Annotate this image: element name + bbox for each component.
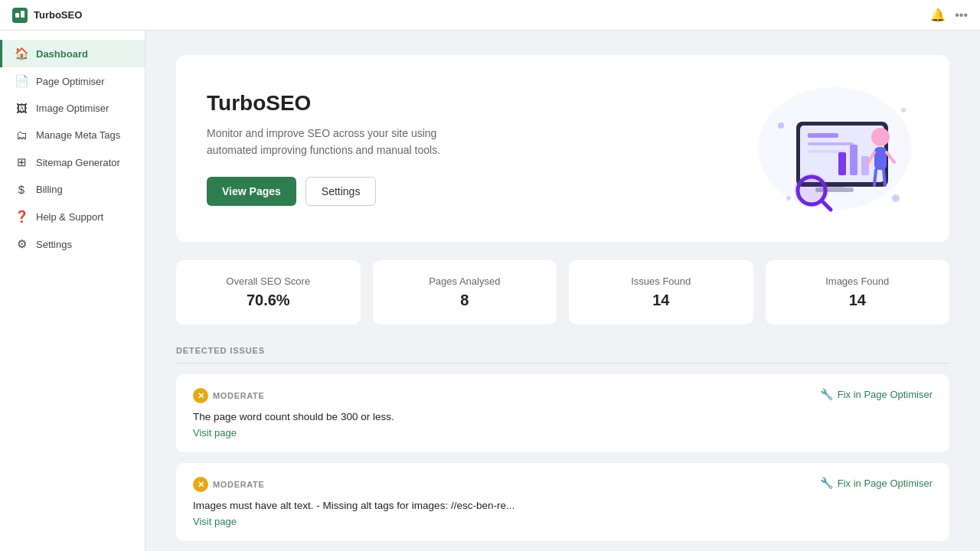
stat-label-1: Pages Analysed	[429, 276, 500, 287]
svg-point-24	[892, 194, 900, 202]
stat-pages-analysed: Pages Analysed 8	[373, 260, 557, 324]
svg-rect-1	[21, 11, 24, 18]
issue-message-1: Images must have alt text. - Missing alt…	[193, 500, 933, 511]
topbar-left: TurboSEO	[12, 8, 82, 23]
issue-visit-link-1[interactable]: Visit page	[193, 516, 933, 527]
sidebar-item-label: Help & Support	[36, 211, 103, 223]
sidebar-item-label: Dashboard	[36, 48, 88, 60]
stat-label-0: Overall SEO Score	[226, 276, 310, 287]
svg-point-25	[786, 196, 791, 201]
stats-row: Overall SEO Score 70.6% Pages Analysed 8…	[176, 260, 949, 324]
view-pages-button[interactable]: View Pages	[207, 177, 296, 206]
svg-line-20	[874, 170, 876, 185]
main-content: TurboSEO Monitor and improve SEO across …	[145, 31, 980, 551]
settings-icon: ⚙	[15, 237, 28, 251]
svg-point-16	[871, 128, 890, 146]
hero-title: TurboSEO	[207, 91, 467, 116]
more-options-icon[interactable]: •••	[955, 8, 968, 22]
issue-message-0: The page word count should be 300 or les…	[193, 411, 933, 422]
stat-value-1: 8	[460, 292, 469, 309]
stat-value-2: 14	[652, 292, 669, 309]
sidebar-item-dashboard[interactable]: 🏠 Dashboard	[0, 40, 145, 67]
issue-badge-1: ✕ MODERATE	[193, 477, 264, 492]
issue-severity-label-1: MODERATE	[213, 480, 264, 489]
stat-value-3: 14	[849, 292, 866, 309]
issue-badge-0: ✕ MODERATE	[193, 388, 264, 403]
sidebar-item-page-optimiser[interactable]: 📄 Page Optimiser	[0, 67, 145, 95]
issue-severity-icon-1: ✕	[193, 477, 208, 492]
hero-text: TurboSEO Monitor and improve SEO across …	[207, 91, 467, 207]
sidebar-item-label: Billing	[36, 184, 63, 195]
sidebar-item-settings[interactable]: ⚙ Settings	[0, 230, 145, 258]
svg-rect-11	[850, 145, 858, 175]
svg-rect-8	[808, 142, 854, 145]
settings-button[interactable]: Settings	[305, 177, 377, 206]
stat-value-0: 70.6%	[247, 292, 290, 309]
stat-label-3: Images Found	[825, 276, 889, 287]
tag-icon: 🗂	[15, 129, 28, 142]
stat-images-found: Images Found 14	[766, 260, 950, 324]
stat-label-2: Issues Found	[631, 276, 691, 287]
stat-overall-seo-score: Overall SEO Score 70.6%	[176, 260, 361, 324]
sidebar-item-sitemap-generator[interactable]: ⊞ Sitemap Generator	[0, 148, 145, 176]
topbar: TurboSEO 🔔 •••	[0, 0, 980, 31]
sidebar-item-help-support[interactable]: ❓ Help & Support	[0, 203, 145, 230]
svg-rect-17	[874, 147, 887, 170]
home-icon: 🏠	[15, 47, 28, 60]
sidebar-item-image-optimiser[interactable]: 🖼 Image Optimiser	[0, 95, 145, 122]
wrench-icon-1: 🔧	[820, 477, 833, 489]
hero-illustration	[750, 80, 919, 217]
sidebar-item-label: Settings	[36, 239, 72, 250]
sidebar-item-label: Page Optimiser	[36, 76, 105, 87]
issue-fix-label-0: Fix in Page Optimiser	[838, 389, 933, 400]
hero-section: TurboSEO Monitor and improve SEO across …	[176, 55, 949, 242]
issue-severity-icon-0: ✕	[193, 388, 208, 403]
issue-severity-label-0: MODERATE	[213, 391, 264, 400]
page-icon: 📄	[15, 74, 28, 88]
sidebar-item-label: Manage Meta Tags	[36, 129, 120, 141]
notification-icon[interactable]: 🔔	[930, 8, 946, 22]
wrench-icon-0: 🔧	[820, 388, 833, 400]
sidebar-item-label: Sitemap Generator	[36, 157, 120, 168]
svg-point-23	[901, 108, 906, 112]
detected-issues-section: DETECTED ISSUES ✕ MODERATE The page word…	[176, 346, 949, 551]
svg-rect-7	[808, 133, 838, 138]
image-icon: 🖼	[15, 102, 28, 115]
svg-line-21	[884, 170, 885, 185]
app-logo-icon	[12, 8, 28, 23]
sitemap-icon: ⊞	[15, 155, 28, 169]
stat-issues-found: Issues Found 14	[569, 260, 753, 324]
app-title: TurboSEO	[34, 9, 82, 21]
sidebar-item-manage-meta-tags[interactable]: 🗂 Manage Meta Tags	[0, 122, 145, 148]
svg-rect-10	[838, 152, 846, 175]
detected-issues-title: DETECTED ISSUES	[176, 346, 949, 364]
hero-buttons: View Pages Settings	[207, 177, 467, 206]
issue-visit-link-0[interactable]: Visit page	[193, 427, 933, 439]
sidebar: 🏠 Dashboard 📄 Page Optimiser 🖼 Image Opt…	[0, 31, 145, 551]
help-icon: ❓	[15, 210, 28, 223]
topbar-actions: 🔔 •••	[930, 8, 968, 22]
svg-rect-0	[15, 13, 19, 18]
sidebar-item-billing[interactable]: $ Billing	[0, 176, 145, 203]
issue-card-0: ✕ MODERATE The page word count should be…	[176, 374, 949, 452]
issue-fix-link-0[interactable]: 🔧 Fix in Page Optimiser	[820, 388, 933, 400]
billing-icon: $	[15, 183, 28, 196]
issue-fix-link-1[interactable]: 🔧 Fix in Page Optimiser	[820, 477, 933, 489]
issue-card-1: ✕ MODERATE Images must have alt text. - …	[176, 463, 949, 541]
svg-point-22	[778, 122, 784, 129]
issue-fix-label-1: Fix in Page Optimiser	[838, 478, 933, 489]
sidebar-item-label: Image Optimiser	[36, 103, 109, 114]
hero-description: Monitor and improve SEO across your site…	[207, 125, 467, 159]
